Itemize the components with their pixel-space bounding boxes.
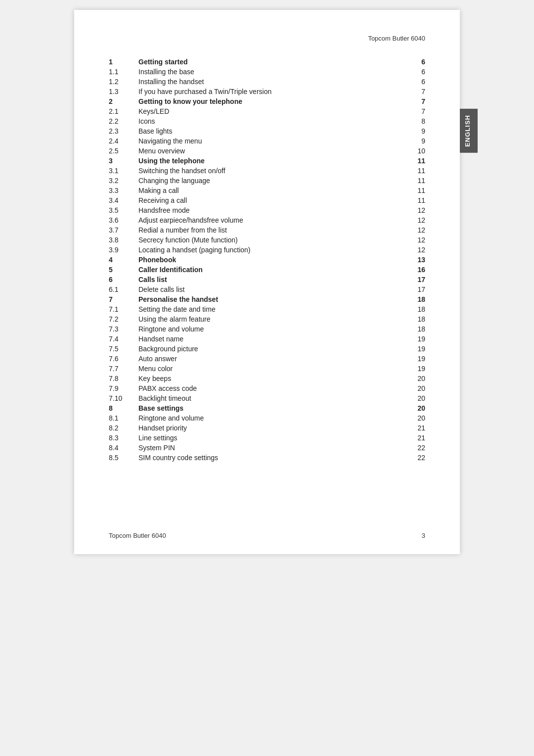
toc-page: 6 — [410, 67, 425, 77]
toc-row: 2.4Navigating the menu9 — [109, 136, 425, 146]
toc-page: 19 — [410, 364, 425, 374]
toc-number: 3.9 — [109, 245, 138, 255]
toc-number: 2.5 — [109, 146, 138, 156]
toc-page: 11 — [410, 156, 425, 166]
toc-row: 2.1Keys/LED7 — [109, 106, 425, 116]
toc-row: 3.6Adjust earpiece/handsfree volume12 — [109, 215, 425, 225]
toc-number: 7.3 — [109, 324, 138, 334]
toc-row: 7.10Backlight timeout20 — [109, 393, 425, 403]
toc-row: 7.9PABX access code20 — [109, 383, 425, 393]
toc-page: 12 — [410, 225, 425, 235]
header-title: Topcom Butler 6040 — [368, 35, 425, 42]
toc-title: Making a call — [138, 186, 410, 195]
toc-row: 7.4Handset name19 — [109, 334, 425, 344]
toc-title: If you have purchased a Twin/Triple vers… — [138, 87, 410, 96]
toc-title: Key beeps — [138, 374, 410, 383]
footer-right: 3 — [422, 532, 425, 539]
toc-number: 7.5 — [109, 344, 138, 354]
toc-number: 3.6 — [109, 215, 138, 225]
toc-title: Using the alarm feature — [138, 314, 410, 324]
toc-number: 1 — [109, 57, 138, 67]
toc-page: 8 — [410, 116, 425, 126]
toc-page: 18 — [410, 314, 425, 324]
toc-title: Ringtone and volume — [138, 413, 410, 423]
toc-number: 3.3 — [109, 186, 138, 195]
toc-title: Calls list — [138, 275, 410, 284]
toc-row: 7.5Background picture19 — [109, 344, 425, 354]
toc-page: 9 — [410, 136, 425, 146]
toc-row: 1.3If you have purchased a Twin/Triple v… — [109, 87, 425, 96]
toc-title: Receiving a call — [138, 195, 410, 205]
toc-row: 8.5SIM country code settings22 — [109, 453, 425, 463]
toc-page: 9 — [410, 126, 425, 136]
toc-page: 11 — [410, 176, 425, 186]
toc-page: 6 — [410, 57, 425, 67]
toc-title: Icons — [138, 116, 410, 126]
toc-page: 11 — [410, 195, 425, 205]
footer-left: Topcom Butler 6040 — [109, 532, 166, 539]
toc-title: Setting the date and time — [138, 304, 410, 314]
toc-number: 7.6 — [109, 354, 138, 364]
toc-row: 7Personalise the handset18 — [109, 294, 425, 304]
toc-page: 18 — [410, 304, 425, 314]
toc-row: 8.4System PIN22 — [109, 443, 425, 453]
toc-page: 21 — [410, 433, 425, 443]
toc-page: 7 — [410, 96, 425, 106]
toc-title: Redial a number from the list — [138, 225, 410, 235]
toc-number: 3.1 — [109, 166, 138, 176]
toc-title: Adjust earpiece/handsfree volume — [138, 215, 410, 225]
toc-number: 2 — [109, 96, 138, 106]
toc-row: 3.4Receiving a call11 — [109, 195, 425, 205]
toc-title: Getting started — [138, 57, 410, 67]
toc-row: 3.9Locating a handset (paging function)1… — [109, 245, 425, 255]
toc-page: 11 — [410, 186, 425, 195]
toc-row: 6Calls list17 — [109, 275, 425, 284]
toc-number: 3.5 — [109, 205, 138, 215]
toc-number: 1.2 — [109, 77, 138, 87]
toc-title: Personalise the handset — [138, 294, 410, 304]
toc-number: 1.3 — [109, 87, 138, 96]
toc-row: 3.8Secrecy function (Mute function)12 — [109, 235, 425, 245]
toc-title: Installing the handset — [138, 77, 410, 87]
toc-number: 7.8 — [109, 374, 138, 383]
toc-title: Switching the handset on/off — [138, 166, 410, 176]
toc-row: 3.7Redial a number from the list12 — [109, 225, 425, 235]
toc-page: 12 — [410, 215, 425, 225]
toc-page: 20 — [410, 374, 425, 383]
toc-page: 12 — [410, 245, 425, 255]
toc-page: 19 — [410, 354, 425, 364]
toc-page: 12 — [410, 235, 425, 245]
toc-title: Backlight timeout — [138, 393, 410, 403]
toc-table: 1Getting started61.1Installing the base6… — [109, 57, 425, 463]
toc-row: 2.5Menu overview10 — [109, 146, 425, 156]
toc-page: 7 — [410, 87, 425, 96]
toc-page: 22 — [410, 453, 425, 463]
toc-number: 8 — [109, 403, 138, 413]
toc-page: 21 — [410, 423, 425, 433]
page-header: Topcom Butler 6040 — [109, 35, 425, 42]
toc-title: Using the telephone — [138, 156, 410, 166]
toc-row: 8.1Ringtone and volume20 — [109, 413, 425, 423]
toc-number: 3.7 — [109, 225, 138, 235]
toc-row: 1.2Installing the handset6 — [109, 77, 425, 87]
toc-title: Base lights — [138, 126, 410, 136]
toc-title: Changing the language — [138, 176, 410, 186]
toc-row: 1.1Installing the base6 — [109, 67, 425, 77]
toc-title: PABX access code — [138, 383, 410, 393]
toc-page: 20 — [410, 413, 425, 423]
toc-number: 8.3 — [109, 433, 138, 443]
toc-page: 20 — [410, 383, 425, 393]
toc-row: 8.3Line settings21 — [109, 433, 425, 443]
toc-title: Ringtone and volume — [138, 324, 410, 334]
toc-title: Handset name — [138, 334, 410, 344]
toc-page: 10 — [410, 146, 425, 156]
toc-title: Line settings — [138, 433, 410, 443]
toc-title: SIM country code settings — [138, 453, 410, 463]
toc-page: 20 — [410, 393, 425, 403]
toc-row: 4Phonebook13 — [109, 255, 425, 265]
toc-number: 7.10 — [109, 393, 138, 403]
toc-number: 2.4 — [109, 136, 138, 146]
toc-title: Menu overview — [138, 146, 410, 156]
toc-row: 7.8Key beeps20 — [109, 374, 425, 383]
toc-row: 7.3Ringtone and volume18 — [109, 324, 425, 334]
